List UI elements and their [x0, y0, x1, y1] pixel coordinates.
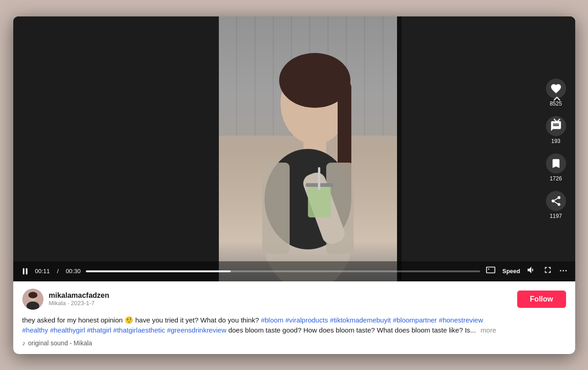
- control-icons: Speed ···: [486, 265, 567, 277]
- hashtag-bloompartner[interactable]: #bloompartner: [393, 316, 437, 324]
- time-display: 00:11: [35, 268, 50, 275]
- player-container: 8525 193 1726: [13, 16, 575, 354]
- hashtag-greensdrinkreview[interactable]: #greensdrinkreview: [167, 326, 226, 334]
- author-sub: Mikala · 2023-1-7: [49, 300, 512, 307]
- bookmark-count: 1726: [550, 175, 562, 182]
- video-frame: [219, 16, 397, 281]
- info-panel: mikalamacfadzen Mikala · 2023-1-7 Follow…: [13, 281, 575, 354]
- description-text-before: they asked for my honest opinion 🤨 have …: [22, 316, 259, 324]
- share-button[interactable]: 1197: [546, 191, 566, 219]
- svg-rect-6: [262, 163, 290, 254]
- hashtag-viralproducts[interactable]: #viralproducts: [286, 316, 328, 324]
- action-buttons: 8525 193 1726: [546, 79, 566, 219]
- like-icon: [546, 79, 566, 99]
- video-dark-left: [13, 16, 219, 281]
- follow-button[interactable]: Follow: [517, 291, 566, 308]
- author-info: mikalamacfadzen Mikala · 2023-1-7: [49, 291, 512, 307]
- author-date: 2023-1-7: [71, 300, 95, 307]
- hashtag-thatgirl[interactable]: #thatgirl: [87, 326, 111, 334]
- comment-button[interactable]: 193: [546, 116, 566, 144]
- share-count: 1197: [550, 213, 562, 219]
- like-count: 8525: [550, 100, 562, 107]
- bookmark-button[interactable]: 1726: [546, 153, 566, 182]
- progress-fill: [86, 270, 231, 272]
- fullscreen-button[interactable]: [543, 265, 553, 277]
- hashtag-healthygirl[interactable]: #healthygirl: [50, 326, 85, 334]
- svg-rect-9: [308, 185, 331, 217]
- svg-rect-11: [318, 167, 320, 190]
- time-separator: /: [55, 268, 60, 275]
- hashtag-healthy[interactable]: #healthy: [22, 326, 48, 334]
- comment-icon: [546, 116, 566, 136]
- time-total: 00:30: [66, 268, 81, 275]
- avatar: [22, 289, 43, 310]
- svg-rect-13: [26, 268, 27, 274]
- speed-button[interactable]: Speed: [502, 268, 520, 275]
- author-date-separator: ·: [68, 300, 71, 307]
- author-row: mikalamacfadzen Mikala · 2023-1-7 Follow: [22, 289, 566, 310]
- hashtag-thatgirlaesthetic[interactable]: #thatgirlaesthetic: [113, 326, 165, 334]
- more-button[interactable]: more: [481, 326, 496, 334]
- sound-label[interactable]: original sound - Mikala: [28, 339, 92, 347]
- hashtag-tiktokmademebuyit[interactable]: #tiktokmademebuyit: [330, 316, 391, 324]
- volume-button[interactable]: [526, 265, 536, 277]
- video-controls: 00:11 / 00:30 Speed: [13, 261, 575, 281]
- captions-button[interactable]: [486, 265, 496, 277]
- hashtag-honestreview[interactable]: #honestreview: [439, 316, 483, 324]
- more-options-button[interactable]: ···: [559, 266, 567, 276]
- description-text-after: does bloom taste good? How does bloom ta…: [228, 326, 476, 334]
- video-area: 8525 193 1726: [13, 16, 575, 281]
- comment-count: 193: [551, 138, 560, 144]
- share-icon: [546, 191, 566, 211]
- progress-bar[interactable]: [86, 270, 480, 272]
- person-silhouette: [249, 44, 367, 281]
- author-display-name: Mikala: [49, 300, 66, 307]
- author-username[interactable]: mikalamacfadzen: [49, 291, 512, 300]
- svg-rect-12: [23, 268, 24, 274]
- music-note-icon: ♪: [22, 339, 26, 347]
- sound-row: ♪ original sound - Mikala: [22, 339, 566, 347]
- play-pause-button[interactable]: [21, 267, 30, 276]
- hashtag-bloom[interactable]: #bloom: [261, 316, 283, 324]
- bookmark-icon: [546, 153, 566, 174]
- svg-point-17: [28, 292, 37, 298]
- description: they asked for my honest opinion 🤨 have …: [22, 315, 566, 336]
- like-button[interactable]: 8525: [546, 79, 566, 107]
